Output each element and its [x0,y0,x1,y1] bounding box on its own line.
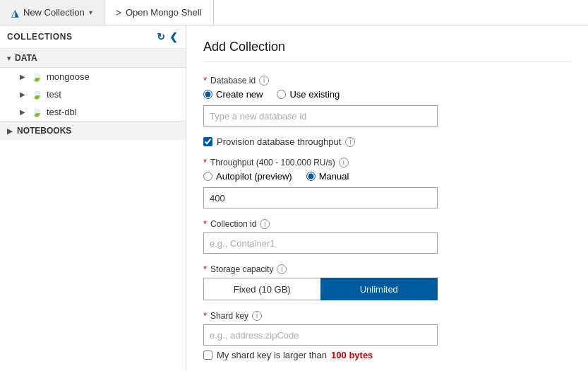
shard-key-group: * Shard key i My shard key is larger tha… [203,310,571,360]
throughput-label: * Throughput (400 - 100,000 RU/s) i [203,157,571,167]
main-area: COLLECTIONS ↻ ❮ ▾ DATA ▶ 🍃 mongoose ▶ 🍃 … [0,25,588,371]
create-new-radio-option[interactable]: Create new [203,89,263,100]
database-id-radio-group: Create new Use existing [203,89,571,100]
database-id-label: * Database id i [203,75,571,86]
create-new-radio[interactable] [203,90,212,99]
test-dbl-arrow-icon: ▶ [20,108,25,116]
provision-throughput-row: Provision database throughput i [203,136,571,147]
add-collection-panel: Add Collection * Database id i Create ne… [186,25,588,371]
manual-radio[interactable] [306,172,316,181]
sidebar: COLLECTIONS ↻ ❮ ▾ DATA ▶ 🍃 mongoose ▶ 🍃 … [0,25,186,371]
test-arrow-icon: ▶ [20,90,25,98]
database-id-info-icon[interactable]: i [259,76,269,86]
collapse-icon[interactable]: ❮ [169,31,179,42]
autopilot-radio-option[interactable]: Autopilot (preview) [203,171,292,182]
fixed-storage-button[interactable]: Fixed (10 GB) [203,278,320,300]
data-chevron-icon: ▾ [7,54,11,62]
shard-100-bytes-label: 100 bytes [331,350,373,360]
panel-title: Add Collection [203,40,571,62]
notebooks-label: NOTEBOOKS [17,126,71,136]
test-db-icon: 🍃 [31,89,42,100]
provision-throughput-info-icon[interactable]: i [345,137,355,147]
shard-key-label: * Shard key i [203,310,571,321]
throughput-info-icon[interactable]: i [339,158,349,167]
mongoose-label: mongoose [47,71,90,82]
collections-header: COLLECTIONS ↻ ❮ [0,25,186,49]
required-star-db: * [203,75,207,86]
tree-item-test-dbl[interactable]: ▶ 🍃 test-dbl [0,103,186,121]
shard-key-input[interactable] [203,324,438,346]
provision-throughput-checkbox[interactable] [203,137,212,146]
use-existing-label: Use existing [289,89,340,100]
storage-capacity-label: * Storage capacity i [203,264,571,274]
manual-radio-option[interactable]: Manual [306,171,349,182]
notebooks-chevron-icon: ▶ [7,127,13,135]
sidebar-actions: ↻ ❮ [157,31,179,42]
toolbar: ◮ New Collection ▾ > Open Mongo Shell [0,0,588,25]
create-new-label: Create new [216,89,263,100]
provision-throughput-label: Provision database throughput [217,136,341,147]
tree-item-mongoose[interactable]: ▶ 🍃 mongoose [0,68,186,86]
storage-capacity-group: * Storage capacity i Fixed (10 GB) Unlim… [203,264,571,300]
mongoose-db-icon: 🍃 [31,71,42,82]
collections-label: COLLECTIONS [7,32,73,42]
required-star-throughput: * [203,157,207,167]
mongoose-arrow-icon: ▶ [20,73,25,81]
collection-id-label: * Collection id i [203,218,571,229]
use-existing-radio[interactable] [277,90,286,99]
throughput-mode-group: Autopilot (preview) Manual [203,171,571,182]
new-collection-chevron-icon: ▾ [89,8,92,16]
refresh-icon[interactable]: ↻ [157,31,166,42]
storage-capacity-info-icon[interactable]: i [277,264,287,274]
required-star-storage: * [203,264,207,274]
database-id-input[interactable] [203,105,438,126]
test-dbl-label: test-dbl [47,107,77,117]
shard-key-size-row: My shard key is larger than 100 bytes [203,350,571,360]
throughput-group: * Throughput (400 - 100,000 RU/s) i Auto… [203,157,571,208]
throughput-input[interactable]: 400 [203,187,438,208]
shard-key-size-label: My shard key is larger than [217,350,327,360]
required-star-collection: * [203,218,207,229]
collection-id-group: * Collection id i [203,218,571,254]
open-mongo-shell-button[interactable]: > Open Mongo Shell [104,0,214,25]
autopilot-radio[interactable] [203,172,212,181]
database-id-group: * Database id i Create new Use existing [203,75,571,126]
test-label: test [47,89,61,100]
mongo-shell-icon: > [116,7,121,18]
tree-item-test[interactable]: ▶ 🍃 test [0,86,186,103]
autopilot-label: Autopilot (preview) [216,171,292,182]
required-star-shard: * [203,310,207,321]
use-existing-radio-option[interactable]: Use existing [277,89,340,100]
shard-key-info-icon[interactable]: i [252,311,262,321]
shard-key-size-checkbox[interactable] [203,351,212,360]
data-section-label: DATA [15,53,37,63]
data-section: ▾ DATA ▶ 🍃 mongoose ▶ 🍃 test ▶ 🍃 test-db… [0,49,186,121]
open-mongo-shell-label: Open Mongo Shell [126,7,202,18]
new-collection-button[interactable]: ◮ New Collection ▾ [0,0,104,25]
notebooks-section-header[interactable]: ▶ NOTEBOOKS [0,121,186,140]
new-collection-label: New Collection [23,7,85,18]
unlimited-storage-button[interactable]: Unlimited [320,278,438,300]
test-dbl-db-icon: 🍃 [31,107,42,117]
collection-id-info-icon[interactable]: i [260,219,270,229]
new-collection-icon: ◮ [11,7,19,18]
storage-buttons: Fixed (10 GB) Unlimited [203,278,438,300]
manual-label: Manual [319,171,349,182]
data-section-header[interactable]: ▾ DATA [0,49,186,68]
collection-id-input[interactable] [203,232,438,254]
provision-throughput-group: Provision database throughput i [203,136,571,147]
